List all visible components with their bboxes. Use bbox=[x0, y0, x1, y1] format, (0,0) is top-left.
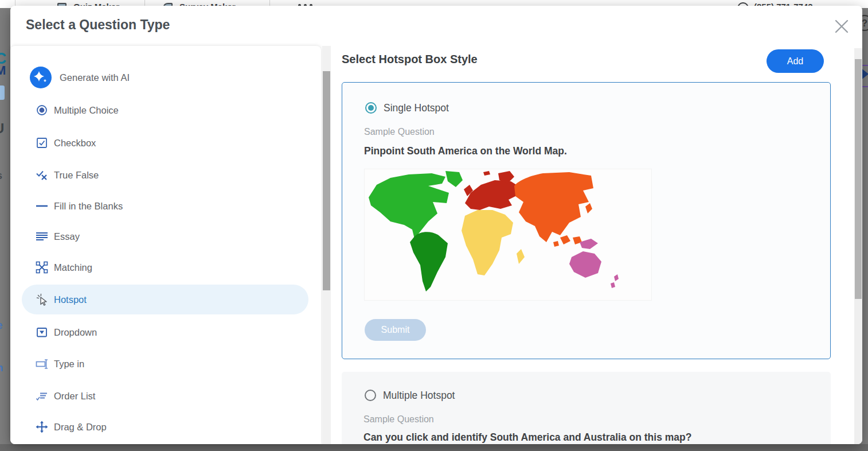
continent-asia bbox=[514, 172, 593, 242]
link-fragment: e bbox=[0, 319, 3, 332]
multiple-hotspot-radio[interactable] bbox=[365, 390, 376, 401]
island-iceland bbox=[483, 171, 490, 176]
panel-scrollbar-thumb[interactable] bbox=[855, 59, 862, 299]
move-arrows-icon bbox=[36, 421, 48, 433]
sidebar-item-hotspot[interactable]: Hotspot bbox=[22, 285, 308, 314]
question-type-sidebar: Generate with AI Multiple Choice Checkbo… bbox=[10, 46, 321, 444]
sample-question-label: Sample Question bbox=[364, 127, 435, 137]
continent-europe bbox=[465, 180, 520, 210]
multiple-hotspot-card[interactable]: Multiple Hotspot Sample Question Can you… bbox=[342, 372, 831, 444]
add-button[interactable]: Add bbox=[767, 49, 824, 73]
sidebar-scrollbar[interactable] bbox=[322, 46, 331, 444]
continent-africa bbox=[462, 210, 513, 275]
sample-question-text: Pinpoint South America on the World Map. bbox=[364, 145, 567, 157]
sidebar-item-label: Matching bbox=[54, 262, 92, 273]
islands-southeast-asia bbox=[553, 235, 582, 247]
sidebar-item-true-false[interactable]: True False bbox=[22, 160, 308, 190]
button-fragment bbox=[0, 85, 5, 100]
sample-question-label: Sample Question bbox=[363, 414, 434, 425]
sidebar-item-label: Dropdown bbox=[54, 327, 97, 338]
blank-line-icon bbox=[36, 200, 48, 212]
check-cross-icon bbox=[36, 169, 48, 181]
matching-icon bbox=[36, 261, 48, 274]
islands-new-zealand bbox=[611, 274, 619, 288]
checkbox-icon bbox=[36, 137, 48, 149]
link-fragment: h bbox=[0, 361, 3, 374]
order-list-icon bbox=[36, 390, 48, 402]
sidebar-item-order-list[interactable]: Order List bbox=[22, 381, 308, 411]
island-madagascar bbox=[517, 249, 525, 264]
page-horizontal-scrollbar[interactable] bbox=[0, 444, 868, 451]
single-hotspot-card[interactable]: Single Hotspot Sample Question Pinpoint … bbox=[342, 82, 831, 359]
sidebar-item-multiple-choice[interactable]: Multiple Choice bbox=[22, 95, 308, 125]
text-lines-icon bbox=[36, 230, 48, 243]
sidebar-item-fill-in-the-blanks[interactable]: Fill in the Blanks bbox=[22, 191, 308, 221]
radio-icon bbox=[36, 104, 48, 116]
option-label: Multiple Hotspot bbox=[383, 390, 455, 402]
sidebar-item-essay[interactable]: Essay bbox=[22, 221, 308, 251]
dropdown-icon bbox=[36, 326, 48, 339]
continent-south-america bbox=[410, 232, 448, 291]
sidebar-item-label: Checkbox bbox=[54, 138, 96, 149]
sidebar-item-label: True False bbox=[54, 170, 99, 181]
sidebar-item-label: Generate with AI bbox=[60, 72, 130, 83]
dialog-title: Select a Question Type bbox=[26, 17, 170, 33]
sidebar-item-label: Multiple Choice bbox=[54, 105, 119, 116]
text-fragment: U bbox=[0, 120, 4, 137]
sidebar-item-label: Fill in the Blanks bbox=[54, 201, 123, 212]
sidebar-scrollbar-thumb[interactable] bbox=[323, 71, 330, 290]
sample-question-text: Can you click and identify South America… bbox=[363, 431, 691, 444]
sidebar-item-generate-with-ai[interactable]: Generate with AI bbox=[22, 59, 308, 96]
world-map-image bbox=[364, 169, 652, 301]
sidebar-item-label: Type in bbox=[54, 359, 84, 370]
sidebar-item-label: Essay bbox=[54, 231, 80, 242]
island-new-guinea bbox=[580, 239, 598, 249]
sidebar-item-dropdown[interactable]: Dropdown bbox=[22, 317, 308, 347]
sidebar-item-label: Hotspot bbox=[54, 294, 87, 305]
logo-fragment: M bbox=[0, 63, 6, 78]
ai-sparkle-icon bbox=[30, 67, 52, 88]
sidebar-item-type-in[interactable]: Type in bbox=[22, 349, 308, 379]
sidebar-item-matching[interactable]: Matching bbox=[22, 252, 308, 282]
sidebar-item-drag-and-drop[interactable]: Drag & Drop bbox=[22, 412, 308, 442]
type-in-icon bbox=[36, 357, 48, 370]
text-fragment: s bbox=[0, 170, 2, 182]
cursor-click-icon bbox=[36, 293, 48, 306]
close-icon[interactable] bbox=[831, 16, 852, 37]
question-type-dialog: Select a Question Type Generate with AI … bbox=[10, 6, 862, 444]
panel-scrollbar[interactable] bbox=[854, 48, 862, 444]
island-greenland bbox=[445, 171, 463, 187]
continent-north-america bbox=[369, 173, 449, 239]
sidebar-item-label: Drag & Drop bbox=[54, 422, 107, 433]
continent-australia bbox=[569, 251, 601, 278]
island-japan bbox=[585, 203, 592, 213]
sidebar-item-label: Order List bbox=[54, 391, 95, 402]
sidebar-item-checkbox[interactable]: Checkbox bbox=[22, 128, 308, 158]
single-hotspot-radio[interactable] bbox=[365, 102, 377, 114]
submit-button[interactable]: Submit bbox=[365, 319, 426, 341]
panel-heading: Select Hotspot Box Style bbox=[342, 53, 478, 66]
option-label: Single Hotspot bbox=[384, 102, 449, 114]
